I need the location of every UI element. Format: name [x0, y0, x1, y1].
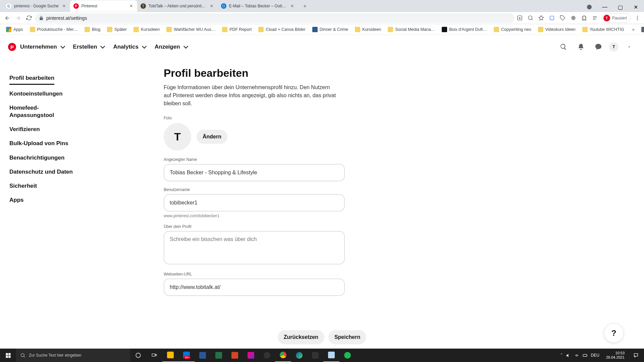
search-icon[interactable] — [557, 40, 570, 54]
language-indicator[interactable]: DEU — [591, 353, 599, 358]
taskview-icon[interactable] — [146, 349, 162, 362]
sidebar-item-homefeed[interactable]: Homefeed-Anpassungstool — [9, 101, 70, 122]
username-input[interactable] — [164, 194, 345, 212]
taskbar-notepad[interactable] — [323, 349, 339, 362]
nav-unternehmen[interactable]: Unternehmen — [20, 44, 64, 50]
taskbar-explorer[interactable] — [162, 349, 178, 362]
bookmark-overflow[interactable]: » — [630, 26, 637, 33]
new-tab-button[interactable]: ＋ — [300, 1, 310, 11]
svg-rect-9 — [6, 356, 8, 358]
taskbar-obs[interactable] — [259, 349, 275, 362]
folder-icon — [388, 27, 393, 32]
bookmark-item[interactable]: Cload + Canva Bilder — [256, 25, 308, 34]
extension-icon[interactable] — [548, 14, 556, 22]
taskbar-edge[interactable] — [291, 349, 307, 362]
address-bar[interactable]: pinterest.at/settings — [35, 13, 515, 23]
browser-tab-1[interactable]: P Pinterest ✕ — [70, 0, 137, 12]
content: Profil bearbeiten Kontoeinstellungen Hom… — [0, 59, 644, 349]
taskbar-search[interactable]: Zur Suche Text hier eingeben — [16, 349, 130, 362]
close-icon[interactable]: ✕ — [209, 3, 214, 9]
browser-tab-3[interactable]: O E-Mail – Tobias Becker – Outlook ✕ — [218, 0, 298, 12]
messages-icon[interactable] — [592, 40, 605, 54]
svg-rect-8 — [8, 353, 10, 355]
cortana-icon[interactable] — [130, 349, 146, 362]
battery-icon[interactable] — [583, 353, 588, 358]
about-textarea[interactable] — [164, 231, 345, 264]
sidebar-item-benachrichtigungen[interactable]: Benachrichtigungen — [9, 151, 97, 165]
apps-bookmark[interactable]: Apps — [3, 25, 26, 34]
browser-tab-0[interactable]: G pinterest - Google Suche ✕ — [3, 0, 70, 12]
bookmark-item[interactable]: Videokurs Ideen — [535, 25, 578, 34]
sidebar-item-verifizieren[interactable]: Verifizieren — [9, 122, 97, 136]
reset-button[interactable]: Zurücksetzen — [278, 330, 324, 344]
extension-icon-3[interactable] — [570, 14, 578, 22]
save-button[interactable]: Speichern — [328, 330, 366, 344]
taskbar-spotify[interactable] — [339, 349, 356, 362]
taskbar-word[interactable] — [195, 349, 211, 362]
zoom-icon[interactable] — [527, 14, 535, 22]
pinterest-logo[interactable]: P — [8, 43, 16, 51]
reading-list-icon[interactable] — [591, 14, 599, 22]
reload-button[interactable] — [24, 13, 34, 23]
maximize-button[interactable]: ▢ — [612, 2, 628, 12]
help-button[interactable]: ? — [604, 324, 623, 343]
nav-erstellen[interactable]: Erstellen — [73, 44, 104, 50]
bookmark-item[interactable]: Kursideen — [131, 25, 162, 34]
tray-chevron-icon[interactable]: ˄ — [560, 353, 562, 358]
change-photo-button[interactable]: Ändern — [197, 130, 227, 144]
bookmark-item[interactable]: Dinner & Crime — [310, 25, 351, 34]
bookmark-item[interactable]: Social Media Mana… — [385, 25, 438, 34]
svg-rect-16 — [634, 354, 638, 356]
bookmark-item[interactable]: Kursideen — [352, 25, 384, 34]
sidebar-item-profil[interactable]: Profil bearbeiten — [9, 71, 54, 85]
taskbar-clock[interactable]: 10:53 28.04.2021 — [603, 351, 628, 360]
browser-tab-2[interactable]: T TobiTalk – Aktien und persönlich… ✕ — [137, 0, 218, 12]
bookmark-item[interactable]: Blog — [82, 25, 103, 34]
nav-anzeigen[interactable]: Anzeigen — [155, 44, 187, 50]
sidebar-item-bulk[interactable]: Bulk-Upload von Pins — [9, 136, 97, 150]
forward-button[interactable] — [13, 13, 23, 23]
system-tray[interactable]: ˄ DEU — [557, 353, 603, 358]
bookmark-item[interactable]: Bois d'Argent Duft… — [439, 25, 490, 34]
close-icon[interactable]: ✕ — [289, 3, 295, 9]
start-button[interactable] — [0, 349, 16, 362]
reading-list[interactable]: Leseliste — [639, 25, 644, 34]
star-icon[interactable] — [537, 14, 545, 22]
close-icon[interactable]: ✕ — [128, 3, 134, 9]
sidebar-item-sicherheit[interactable]: Sicherheit — [9, 179, 97, 193]
bookmark-item[interactable]: Youtube WICHTIG — [580, 25, 627, 34]
sidebar-item-apps[interactable]: Apps — [9, 193, 97, 207]
sidebar-item-datenschutz[interactable]: Datenschutz und Daten — [9, 165, 97, 179]
sidebar-item-konto[interactable]: Kontoeinstellungen — [9, 87, 97, 101]
bookmark-item[interactable]: Copywriting neu — [491, 25, 534, 34]
taskbar-app2[interactable] — [307, 349, 323, 362]
taskbar-app[interactable] — [243, 349, 259, 362]
volume-icon[interactable] — [566, 353, 571, 358]
taskbar-mail[interactable]: 99+ — [178, 349, 195, 362]
taskbar-powerpoint[interactable] — [227, 349, 243, 362]
close-button[interactable]: ✕ — [628, 2, 643, 12]
displayname-input[interactable] — [164, 164, 345, 181]
install-icon[interactable] — [516, 14, 524, 22]
notification-center-icon[interactable] — [628, 349, 644, 362]
nav-analytics[interactable]: Analytics — [113, 44, 145, 50]
taskbar-excel[interactable] — [211, 349, 227, 362]
notifications-icon[interactable] — [574, 40, 588, 54]
wifi-icon[interactable] — [574, 353, 579, 358]
profile-chip[interactable]: T Pausiert — [602, 13, 631, 23]
taskbar-chrome[interactable] — [275, 349, 291, 362]
account-menu-icon[interactable] — [623, 40, 636, 54]
close-icon[interactable]: ✕ — [61, 3, 67, 9]
menu-icon[interactable] — [633, 14, 641, 22]
website-input[interactable] — [164, 279, 345, 296]
bookmark-item[interactable]: Wahlfächer WU Aus… — [164, 25, 218, 34]
username-label: Benutzername — [164, 187, 345, 192]
extensions-icon[interactable] — [580, 14, 588, 22]
minimize-button[interactable]: — — [597, 2, 612, 12]
bookmark-item[interactable]: Produktsuche - Mer… — [27, 25, 81, 34]
bookmark-item[interactable]: PDF Report — [219, 25, 254, 34]
back-button[interactable] — [3, 13, 12, 23]
user-avatar[interactable]: T — [609, 42, 619, 52]
bookmark-item[interactable]: Später — [104, 25, 129, 34]
extension-icon-2[interactable] — [559, 14, 567, 22]
